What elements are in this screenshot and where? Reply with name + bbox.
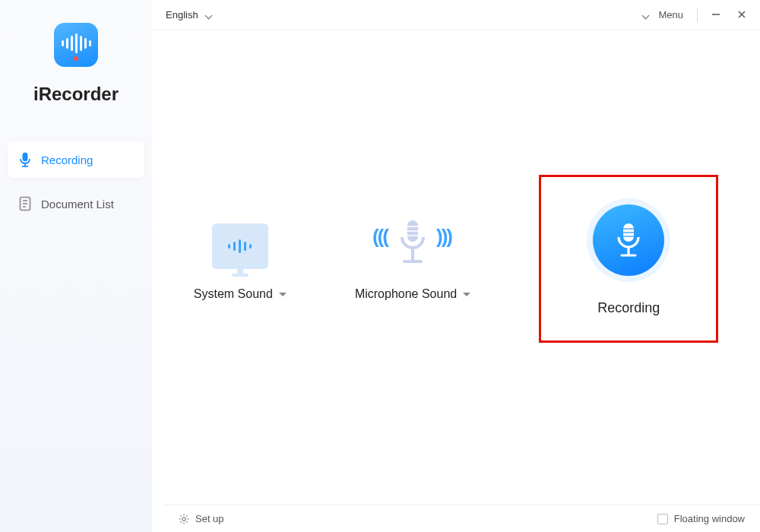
- logo-wave-icon: [62, 33, 91, 53]
- caret-down-icon: [463, 293, 470, 296]
- logo-record-dot-icon: [74, 56, 78, 61]
- language-label: English: [166, 9, 198, 21]
- setup-label: Set up: [195, 513, 224, 524]
- svg-line-28: [186, 521, 187, 522]
- checkbox-icon: [657, 514, 668, 524]
- gear-icon: [179, 514, 189, 524]
- bottombar: Set up Floating window: [163, 505, 760, 532]
- svg-line-29: [186, 515, 187, 516]
- sidebar-item-label: Recording: [41, 154, 93, 166]
- microphone-sound-option[interactable]: ))) ))) Microphone Sound: [355, 216, 470, 301]
- monitor-wave-icon: [212, 223, 268, 269]
- setup-button[interactable]: Set up: [179, 513, 224, 524]
- svg-line-30: [180, 521, 181, 522]
- topbar: English Menu: [152, 0, 760, 30]
- app-logo: [54, 23, 98, 67]
- floating-window-toggle[interactable]: Floating window: [657, 513, 745, 524]
- caret-down-icon: [279, 293, 287, 296]
- minimize-button[interactable]: [711, 9, 720, 21]
- sidebar-item-document-list[interactable]: Document List: [8, 185, 144, 222]
- close-button[interactable]: [737, 9, 746, 21]
- system-sound-option[interactable]: System Sound: [194, 216, 287, 301]
- sidebar-nav: Recording Document List: [8, 141, 144, 230]
- sidebar-item-label: Document List: [41, 198, 114, 211]
- recording-card-highlight: Recording: [539, 175, 718, 343]
- sidebar: iRecorder Recording Document List: [0, 0, 152, 532]
- floating-window-label: Floating window: [674, 513, 745, 524]
- divider: [697, 8, 698, 22]
- app-name: iRecorder: [33, 84, 119, 105]
- svg-line-27: [180, 515, 181, 516]
- recording-button[interactable]: [593, 204, 664, 276]
- menu-dropdown[interactable]: Menu: [643, 9, 683, 21]
- window-controls: [711, 9, 746, 21]
- language-select[interactable]: English: [166, 9, 214, 21]
- mic-icon: [615, 222, 642, 258]
- menu-label: Menu: [658, 9, 683, 21]
- microphone-sound-label: Microphone Sound: [355, 287, 457, 301]
- mic-icon: [18, 152, 32, 167]
- chevron-down-icon: [643, 11, 651, 19]
- svg-rect-0: [23, 153, 27, 161]
- minimize-icon: [711, 10, 720, 19]
- main-options: System Sound ))) ))): [152, 30, 760, 532]
- svg-point-22: [182, 517, 185, 520]
- recording-button-ring: [587, 198, 670, 282]
- microphone-wave-icon: ))) ))): [378, 216, 447, 269]
- system-sound-label: System Sound: [194, 287, 273, 301]
- recording-label: Recording: [597, 300, 660, 316]
- sidebar-item-recording[interactable]: Recording: [8, 141, 144, 178]
- chevron-down-icon: [206, 11, 214, 19]
- main-area: English Menu: [152, 0, 760, 532]
- document-icon: [18, 196, 32, 211]
- close-icon: [737, 10, 746, 19]
